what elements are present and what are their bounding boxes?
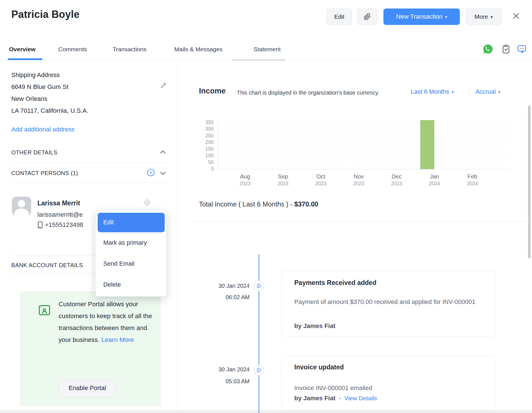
timeline-card-by: by James Fiat xyxy=(294,322,336,330)
caret-down-icon: ▾ xyxy=(452,90,454,94)
chart-x-label: Jan2024 xyxy=(422,173,447,187)
divider xyxy=(11,183,167,183)
total-income-line: Total Income ( Last 6 Months ) - $370.00 xyxy=(199,201,318,208)
add-contact-person-icon[interactable]: + xyxy=(147,169,155,176)
paperclip-icon xyxy=(364,13,371,20)
chart-y-tick-label: 300 xyxy=(195,126,214,132)
shipping-address-line: 6649 N Blue Gum St xyxy=(11,81,88,93)
chart-y-tick-label: 0 xyxy=(195,166,214,172)
customer-portal-banner: Customer Portal allows your customers to… xyxy=(20,292,160,406)
add-additional-address-link[interactable]: Add additional address xyxy=(11,126,75,133)
contact-email: larissamerritt@e xyxy=(37,211,83,218)
menu-item-delete[interactable]: Delete xyxy=(96,274,166,295)
chart-y-axis-line xyxy=(218,121,218,169)
income-bar-chart: 050100150200250300350Aug2023Sep2023Oct20… xyxy=(195,118,526,188)
timeline-comment-icon xyxy=(254,365,264,376)
chart-x-label: Dec2023 xyxy=(384,173,409,187)
new-transaction-button[interactable]: New Transaction ▾ xyxy=(383,8,460,25)
timeline-card-invoice: Invoice updated Invoice INV-000001 email… xyxy=(282,356,495,410)
card-notch xyxy=(279,283,285,289)
chart-x-label-month: Feb xyxy=(460,173,485,180)
edit-address-icon[interactable] xyxy=(160,82,167,89)
new-transaction-label: New Transaction xyxy=(396,13,443,20)
total-income-label: Total Income ( Last 6 Months ) - xyxy=(199,201,294,208)
edit-button[interactable]: Edit xyxy=(327,8,352,25)
edit-button-label: Edit xyxy=(334,13,344,20)
shipping-address-line: LA 70117, California, U.S.A. xyxy=(11,105,88,117)
chart-x-label-month: Sep xyxy=(270,173,296,180)
chat-bubble-icon[interactable] xyxy=(517,44,527,54)
chart-x-label-month: Nov xyxy=(346,173,372,180)
contact-context-menu: Edit Mark as primary Send Email Delete xyxy=(95,210,166,297)
tab-bar: Overview Comments Transactions Mails & M… xyxy=(0,42,532,61)
dash-separator: - xyxy=(339,395,341,402)
tab-mails-messages[interactable]: Mails & Messages xyxy=(174,46,222,53)
customer-detail-window: Patricia Boyle Edit New Transaction ▾ Mo… xyxy=(0,0,532,413)
income-section-title: Income xyxy=(199,87,226,95)
caret-down-icon: ▾ xyxy=(491,15,493,19)
contact-persons-heading[interactable]: CONTACT PERSONS (1) xyxy=(11,170,78,176)
chart-x-label: Sep2023 xyxy=(270,173,296,187)
enable-portal-button[interactable]: Enable Portal xyxy=(58,379,116,397)
chart-x-label-year: 2023 xyxy=(308,180,334,187)
view-details-link[interactable]: View Details xyxy=(344,395,377,402)
other-details-heading[interactable]: OTHER DETAILS xyxy=(11,149,57,156)
accounting-basis-dropdown[interactable]: Accrual ▾ xyxy=(475,88,500,95)
chart-gridline xyxy=(218,129,509,129)
timeline-line xyxy=(259,254,259,413)
chart-baseline xyxy=(218,169,509,169)
clipboard-check-icon[interactable] xyxy=(501,44,512,54)
tab-overview[interactable]: Overview xyxy=(9,46,35,53)
contact-phone-row: +1555123498 xyxy=(38,221,83,229)
page-title: Patricia Boyle xyxy=(11,8,80,20)
customer-portal-icon xyxy=(37,303,52,317)
shipping-address-line: New Orleans xyxy=(11,93,88,105)
bank-account-details-heading[interactable]: BANK ACCOUNT DETAILS xyxy=(11,262,83,269)
close-icon xyxy=(512,12,520,20)
basis-dropdown-label: Accrual xyxy=(475,88,496,95)
contact-settings-gear-icon[interactable] xyxy=(143,198,151,207)
timeline-date: 30 Jan 2024 xyxy=(187,366,250,373)
chart-gridline xyxy=(218,123,509,123)
whatsapp-icon[interactable] xyxy=(482,44,493,54)
chart-x-label: Aug2023 xyxy=(232,173,258,187)
chart-y-tick-label: 200 xyxy=(195,139,214,145)
chart-gridline xyxy=(218,142,509,143)
contact-name: Larissa Merrit xyxy=(37,199,80,207)
chevron-up-icon[interactable] xyxy=(160,150,165,156)
by-user: by James Fiat xyxy=(294,395,336,402)
chart-y-tick-label: 150 xyxy=(195,146,214,152)
tab-comments[interactable]: Comments xyxy=(58,46,87,53)
learn-more-link[interactable]: Learn More xyxy=(101,336,134,343)
divider xyxy=(190,222,532,222)
contact-avatar xyxy=(12,197,31,216)
chart-x-label-year: 2023 xyxy=(270,180,296,187)
period-dropdown[interactable]: Last 6 Months ▾ xyxy=(411,88,454,95)
income-currency-note: This chart is displayed in the organizat… xyxy=(237,90,379,96)
chart-x-label-month: Dec xyxy=(384,173,409,180)
chart-x-label: Feb2024 xyxy=(460,173,485,187)
vertical-scrollbar-thumb[interactable] xyxy=(528,105,531,258)
tab-statement[interactable]: Statement xyxy=(254,46,281,53)
more-button[interactable]: More ▾ xyxy=(466,8,502,25)
chart-gridline xyxy=(218,149,509,150)
chart-x-label-year: 2024 xyxy=(460,180,485,187)
menu-item-edit[interactable]: Edit xyxy=(98,213,165,232)
menu-item-mark-as-primary[interactable]: Mark as primary xyxy=(96,232,166,253)
menu-item-send-email[interactable]: Send Email xyxy=(96,253,166,274)
enable-portal-label: Enable Portal xyxy=(68,384,106,392)
chevron-down-icon[interactable] xyxy=(160,169,165,174)
chart-x-label-month: Jan xyxy=(422,173,447,180)
chart-x-label-year: 2024 xyxy=(422,180,447,187)
horizontal-scrollbar-thumb[interactable] xyxy=(232,59,286,61)
customer-portal-description: Customer Portal allows your customers to… xyxy=(59,298,154,346)
close-button[interactable] xyxy=(511,11,521,21)
timeline-card-body: Payment of amount $370.00 received and a… xyxy=(294,296,478,308)
timeline-card-payment: Payments Received added Payment of amoun… xyxy=(282,271,495,337)
tab-transactions[interactable]: Transactions xyxy=(113,46,146,53)
chart-gridline xyxy=(218,163,509,163)
shipping-address-heading: Shipping Address xyxy=(11,69,88,81)
attachment-button[interactable] xyxy=(357,8,377,25)
timeline-card-by: by James Fiat - View Details xyxy=(294,395,377,402)
timeline-card-body: Invoice INV-000001 emailed xyxy=(294,382,478,394)
